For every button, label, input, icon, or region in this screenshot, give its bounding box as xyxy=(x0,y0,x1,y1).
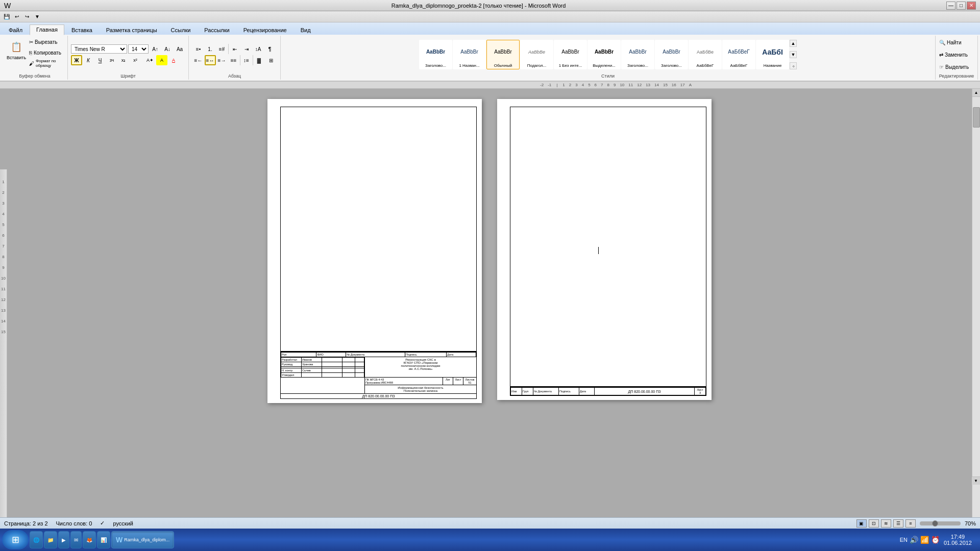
decrease-indent-button[interactable]: ⇤ xyxy=(229,44,240,54)
cut-button[interactable]: ✂ Вырезать xyxy=(29,37,64,47)
style-nospacing-label: 1 Без инте... xyxy=(559,63,582,68)
subscript-button[interactable]: х₂ xyxy=(118,55,129,65)
style-emphasis[interactable]: AaBbBr Выделени... xyxy=(587,40,621,69)
bold-button[interactable]: Ж xyxy=(71,55,82,65)
align-right-button[interactable]: ≡→ xyxy=(216,55,228,65)
align-left-button[interactable]: ≡← xyxy=(193,55,204,65)
select-button[interactable]: ☞ Выделить xyxy=(939,61,974,72)
tab-home[interactable]: Главная xyxy=(30,24,64,35)
zoom-thumb[interactable] xyxy=(932,520,938,527)
replace-button[interactable]: ⇄ Заменить xyxy=(939,49,974,60)
styles-scroll-up[interactable]: ▲ xyxy=(790,40,797,47)
zoom-level[interactable]: 70% xyxy=(965,520,976,527)
highlight-button[interactable]: A xyxy=(156,55,167,65)
network-icon[interactable]: 📶 xyxy=(920,536,929,544)
format-copy-button[interactable]: 🖌 Формат по образцу xyxy=(29,58,64,68)
justify-button[interactable]: ≡≡ xyxy=(228,55,239,65)
scroll-thumb[interactable] xyxy=(973,107,980,128)
document-canvas[interactable]: Рол ФИО № Документа Подпись Дата Разрабо… xyxy=(7,89,972,518)
taskbar-app-firefox[interactable]: 🦊 xyxy=(83,531,96,548)
copy-button[interactable]: ⎘ Копировать xyxy=(29,47,64,58)
taskbar-app-excel[interactable]: 📊 xyxy=(97,531,110,548)
styles-scroll-expand[interactable]: ⬦ xyxy=(790,62,797,69)
tab-file[interactable]: Файл xyxy=(2,25,29,35)
word-icon: W xyxy=(116,536,122,544)
find-button[interactable]: 🔍 Найти xyxy=(939,37,974,48)
borders-button[interactable]: ⊞ xyxy=(265,55,277,65)
style-book-title[interactable]: АаБбВеГ АаБбВеГ xyxy=(722,40,755,69)
view-draft-button[interactable]: ≡ xyxy=(905,519,916,528)
style-title[interactable]: AaBbBr 1 Назван... xyxy=(453,40,486,69)
maximize-button[interactable]: □ xyxy=(957,2,966,10)
view-web-button[interactable]: ≋ xyxy=(881,519,891,528)
align-center-button[interactable]: ≡↔ xyxy=(205,55,216,65)
tab-mailings[interactable]: Рассылки xyxy=(198,25,236,35)
font-color-button[interactable]: А xyxy=(168,55,179,65)
style-normal[interactable]: AaBbBr Обычный xyxy=(486,40,520,69)
tab-view[interactable]: Вид xyxy=(294,25,317,35)
paragraph-group: ≡• 1. ≡# ⇤ ⇥ ↕A ¶ ≡← ≡↔ ≡→ ≡≡ ↕≡ xyxy=(189,36,281,80)
line-spacing-button[interactable]: ↕≡ xyxy=(241,55,252,65)
scroll-up-button[interactable]: ▲ xyxy=(972,89,981,97)
increase-font-button[interactable]: A↑ xyxy=(150,44,161,54)
increase-indent-button[interactable]: ⇥ xyxy=(241,44,252,54)
undo-quick-button[interactable]: ↩ xyxy=(12,12,21,21)
tab-references[interactable]: Ссылки xyxy=(164,25,198,35)
vertical-scrollbar[interactable]: ▲ ▼ xyxy=(972,89,980,518)
style-nospacing[interactable]: AaBbBr 1 Без инте... xyxy=(554,40,587,69)
underline-button[interactable]: Ч xyxy=(94,55,106,65)
main-area: 1 2 3 4 5 6 7 8 9 10 11 12 13 14 15 xyxy=(0,89,980,518)
title-bar-controls: — □ ✕ xyxy=(946,2,976,10)
redo-quick-button[interactable]: ↪ xyxy=(22,12,32,21)
styles-scroll-down[interactable]: ▼ xyxy=(790,51,797,58)
style-name[interactable]: АаБбI Название xyxy=(756,40,789,69)
taskbar-app-word[interactable]: W Ramka_dlya_diplom... xyxy=(111,531,174,548)
taskbar-app-explorer[interactable]: 📁 xyxy=(44,531,57,548)
language-indicator[interactable]: EN xyxy=(900,537,908,543)
notification-icon[interactable]: ⏰ xyxy=(931,536,940,544)
sort-button[interactable]: ↕A xyxy=(253,44,264,54)
spell-check-icon[interactable]: ✓ xyxy=(100,520,105,527)
save-quick-button[interactable]: 💾 xyxy=(2,12,11,21)
close-button[interactable]: ✕ xyxy=(967,2,976,10)
tab-insert[interactable]: Вставка xyxy=(65,25,99,35)
taskbar-app-media[interactable]: ▶ xyxy=(58,531,69,548)
decrease-font-button[interactable]: A↓ xyxy=(162,44,173,54)
multilevel-button[interactable]: ≡# xyxy=(216,44,228,54)
taskbar-app-ie[interactable]: 🌐 xyxy=(30,531,43,548)
show-marks-button[interactable]: ¶ xyxy=(264,44,276,54)
shading-button[interactable]: ▓ xyxy=(254,55,265,65)
zoom-slider[interactable] xyxy=(920,521,961,525)
tab-review[interactable]: Рецензирование xyxy=(237,25,293,35)
numbering-button[interactable]: 1. xyxy=(205,44,216,54)
taskbar-app-mail[interactable]: ✉ xyxy=(70,531,82,548)
style-heading2[interactable]: AaBbBr Заголово... xyxy=(621,40,654,69)
style-subtitle[interactable]: AaBbBe Подагол... xyxy=(520,40,553,69)
scroll-down-button[interactable]: ▼ xyxy=(972,477,980,485)
volume-icon[interactable]: 🔊 xyxy=(910,536,918,544)
text-effects-button[interactable]: A✦ xyxy=(144,55,156,65)
style-heading3[interactable]: AaBbBr Заголово... xyxy=(655,40,688,69)
bullets-button[interactable]: ≡• xyxy=(193,44,204,54)
page-2: Изм Груп № Документа Подпись Дата ДП 820… xyxy=(497,99,712,400)
customize-quick-button[interactable]: ▼ xyxy=(33,12,42,21)
minimize-button[interactable]: — xyxy=(946,2,955,10)
clear-format-button[interactable]: Aa xyxy=(174,44,185,54)
status-left: Страница: 2 из 2 Число слов: 0 ✓ русский xyxy=(4,520,133,527)
language[interactable]: русский xyxy=(113,520,133,527)
view-outline-button[interactable]: ☰ xyxy=(893,519,903,528)
superscript-button[interactable]: х² xyxy=(130,55,141,65)
strikethrough-button[interactable]: зч xyxy=(106,55,117,65)
tab-page-layout[interactable]: Разметка страницы xyxy=(100,25,164,35)
italic-button[interactable]: К xyxy=(83,55,94,65)
paste-icon: 📋 xyxy=(9,40,23,54)
paste-button[interactable]: 📋 Вставить xyxy=(5,37,28,63)
style-intense[interactable]: АаБбВе АаБбВеГ xyxy=(689,40,722,69)
start-button[interactable]: ⊞ xyxy=(2,530,29,549)
clipboard-label: Буфер обмена xyxy=(19,73,50,79)
font-size-select[interactable]: 14 xyxy=(128,44,149,54)
font-name-select[interactable]: Times New R xyxy=(71,44,127,54)
style-heading1[interactable]: AaBbBr Заголово... xyxy=(419,40,452,69)
view-fullscreen-button[interactable]: ⊡ xyxy=(869,519,879,528)
view-print-button[interactable]: ▣ xyxy=(856,519,867,528)
